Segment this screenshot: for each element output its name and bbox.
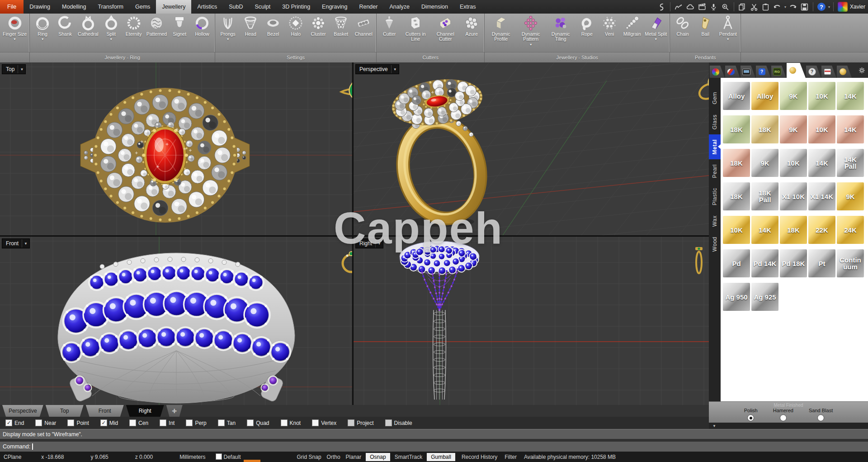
halo-button[interactable]: Halo	[284, 14, 307, 37]
status-cplane[interactable]: CPlane	[3, 453, 22, 461]
material-swatch-14k-yellow[interactable]: 14K	[751, 216, 778, 244]
menu-file[interactable]: File	[0, 0, 24, 14]
material-swatch-9k-yellow[interactable]: 9K	[837, 182, 864, 210]
panel-tab-shield[interactable]	[725, 66, 740, 78]
checkbox[interactable]: ✓	[100, 419, 107, 426]
material-category-wood[interactable]: Wood	[709, 232, 721, 257]
osnap-quad[interactable]: Quad	[247, 419, 269, 426]
checkbox[interactable]	[129, 419, 136, 426]
redo-icon[interactable]	[787, 1, 799, 12]
status-gumball[interactable]: Gumball	[427, 453, 455, 461]
panel-gear-button[interactable]	[859, 62, 865, 78]
material-swatch-ag-950-silver[interactable]: Ag 950	[723, 283, 750, 311]
menu-sculpt[interactable]: Sculpt	[249, 0, 277, 14]
eternity-button[interactable]: Eternity	[123, 14, 145, 37]
menu-engraving[interactable]: Engraving	[316, 0, 353, 14]
material-category-glass[interactable]: Glass	[709, 110, 721, 134]
metal-split-button[interactable]: Metal Split▼	[643, 14, 668, 41]
checkbox[interactable]	[186, 419, 193, 426]
viewport-tab-front[interactable]: Front	[86, 405, 124, 417]
user-chip[interactable]: Xavier	[836, 2, 865, 12]
osnap-project[interactable]: Project	[348, 419, 373, 426]
chevron-down-icon[interactable]: ▼	[18, 67, 25, 71]
checkbox[interactable]	[385, 419, 392, 426]
status-osnap[interactable]: Osnap	[366, 453, 390, 461]
material-category-pearl[interactable]: Pearl	[709, 159, 721, 183]
cutters-in-line-button[interactable]: Cutters in Line	[401, 14, 430, 42]
status-available-physical-memory-1025[interactable]: Available physical memory: 10258 MB	[523, 453, 617, 461]
cluster-button[interactable]: Cluster	[307, 14, 330, 37]
material-swatch-alloy-gold[interactable]: Alloy	[751, 82, 778, 110]
chevron-down-icon[interactable]: ▼	[392, 67, 399, 71]
material-category-plastic[interactable]: Plastic	[709, 183, 721, 210]
menu-transform[interactable]: Transform	[92, 0, 130, 14]
channel-button[interactable]: Channel	[352, 14, 375, 37]
cutter-button[interactable]: Cutter	[378, 14, 401, 37]
menu-analyze[interactable]: Analyze	[383, 0, 415, 14]
checkbox[interactable]	[218, 419, 225, 426]
undo-icon[interactable]	[772, 1, 783, 12]
checkbox[interactable]	[281, 419, 288, 426]
bail-button[interactable]: Bail	[694, 14, 717, 37]
material-swatch-x1-10k-white[interactable]: X1 10K	[780, 182, 807, 210]
material-swatch-alloy-silver[interactable]: Alloy	[723, 82, 750, 110]
osnap-int[interactable]: Int	[160, 419, 175, 426]
osnap-near[interactable]: Near	[35, 419, 56, 426]
material-swatch-14k-white[interactable]: 14K	[808, 149, 835, 177]
material-swatch-pd-14k-silver[interactable]: Pd 14K	[751, 249, 778, 277]
cut-icon[interactable]	[748, 1, 760, 12]
finger-size-button[interactable]: Finger Size▼	[1, 14, 28, 41]
material-category-gem[interactable]: Gem	[709, 87, 721, 110]
menu-artistics[interactable]: Artistics	[191, 0, 223, 14]
viewport-label-front[interactable]: Front▼	[2, 238, 30, 248]
osnap-knot[interactable]: Knot	[281, 419, 301, 426]
status-ortho[interactable]: Ortho	[326, 453, 341, 461]
dropdown-caret-icon[interactable]: ▼	[109, 38, 113, 41]
menu-jewellery[interactable]: Jewellery	[156, 0, 191, 14]
osnap-tan[interactable]: Tan	[218, 419, 236, 426]
hollow-button[interactable]: Hollow	[191, 14, 213, 37]
dynamic-tiling-button[interactable]: Dynamic Tiling	[546, 14, 576, 42]
material-swatch-pd-silver[interactable]: Pd	[723, 249, 750, 277]
panel-tab-color-wheel[interactable]	[710, 66, 725, 78]
panel-tab-help-blue[interactable]: ?	[756, 66, 771, 78]
pendant-button[interactable]: Pendant▼	[717, 14, 739, 41]
dropdown-caret-icon[interactable]: ▼	[226, 38, 230, 41]
checkbox[interactable]	[312, 419, 319, 426]
panel-tab-display[interactable]	[741, 66, 755, 78]
ring-button[interactable]: Ring▼	[31, 14, 54, 41]
cathedral-button[interactable]: Cathedral	[76, 14, 100, 37]
paste-icon[interactable]	[760, 1, 772, 12]
material-swatch-14k-green[interactable]: 14K	[837, 82, 864, 110]
viewport-tab-right[interactable]: Right	[126, 405, 164, 417]
checkbox[interactable]	[216, 453, 222, 460]
chevron-down-icon[interactable]: ▼	[22, 242, 29, 246]
material-swatch-24k-yellow[interactable]: 24K	[837, 216, 864, 244]
status-z-0-000[interactable]: z 0.000	[134, 453, 154, 461]
material-swatch-10k-rose[interactable]: 10K	[808, 115, 835, 143]
finish-option-sand-blast[interactable]: Sand Blast	[809, 408, 833, 421]
material-swatch-18k-pale-gold[interactable]: 18K	[751, 115, 778, 143]
menu-modelling[interactable]: Modelling	[56, 0, 92, 14]
checkbox[interactable]	[160, 419, 166, 426]
material-swatch-18k-pall-white[interactable]: 18K Pall	[751, 182, 778, 210]
panel-tab-gold-sphere[interactable]	[787, 63, 806, 78]
dropdown-caret-icon[interactable]: ▼	[13, 38, 16, 41]
zoom-plus-icon[interactable]	[720, 1, 731, 12]
split-button[interactable]: Split▼	[100, 14, 123, 41]
checkbox[interactable]: ✓	[5, 419, 12, 426]
checkbox[interactable]	[35, 419, 42, 426]
viewport-top[interactable]: Top▼	[0, 62, 352, 235]
material-swatch-14k-pall-white[interactable]: 14K Pall	[837, 149, 864, 177]
prongs-button[interactable]: Prongs▼	[217, 14, 239, 41]
viewport-front[interactable]: Front▼	[0, 237, 352, 405]
material-category-wax[interactable]: Wax	[709, 210, 721, 232]
command-line[interactable]: Command:	[0, 442, 868, 452]
patterned-button[interactable]: Patterned	[145, 14, 169, 37]
material-category-metal[interactable]: Metal	[709, 134, 721, 159]
dynamic-profile-button[interactable]: Dynamic Profile	[486, 14, 516, 42]
dropdown-caret-icon[interactable]: ▼	[529, 43, 533, 46]
status-millimeters[interactable]: Millimeters	[179, 453, 206, 461]
signet-button[interactable]: Signet	[168, 14, 191, 37]
material-swatch-18k-yellow[interactable]: 18K	[780, 216, 807, 244]
